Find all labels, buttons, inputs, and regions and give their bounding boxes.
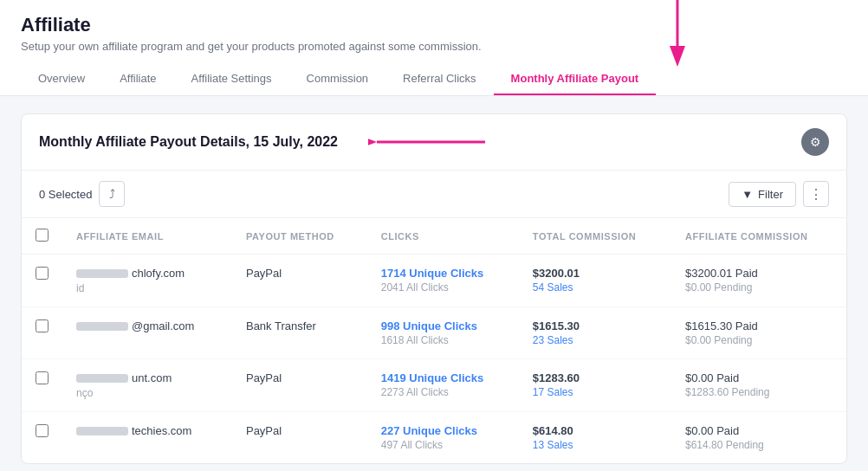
tab-commission[interactable]: Commission — [289, 63, 386, 95]
payout-method-cell: Bank Transfer — [232, 307, 367, 359]
filter-button[interactable]: ▼ Filter — [729, 182, 796, 207]
email-domain: chlofy.com — [132, 267, 185, 280]
total-commission-value: $1283.60 — [533, 371, 657, 384]
row-checkbox-cell — [22, 359, 62, 412]
toolbar-right: ▼ Filter ⋮ — [729, 181, 829, 207]
clicks-cell: 1419 Unique Clicks 2273 All Clicks — [367, 359, 519, 412]
affiliate-email-cell: @gmail.com — [62, 307, 232, 359]
col-payout-method: PAYOUT METHOD — [232, 218, 367, 255]
row-checkbox-cell — [22, 412, 62, 464]
page-subtitle: Setup your own affiliate program and get… — [21, 40, 847, 53]
unique-clicks[interactable]: 1419 Unique Clicks — [381, 371, 505, 384]
table-row: techies.com PayPal 227 Unique Clicks 497… — [22, 412, 846, 464]
aff-commission-paid: $0.00 Paid — [685, 371, 832, 384]
page-title: Affiliate — [21, 14, 847, 36]
unique-clicks[interactable]: 998 Unique Clicks — [381, 319, 505, 332]
affiliate-email: chlofy.com id — [76, 267, 218, 294]
tab-affiliate-settings[interactable]: Affiliate Settings — [174, 63, 289, 95]
top-header: Affiliate Setup your own affiliate progr… — [0, 0, 868, 96]
total-commission-cell: $3200.01 54 Sales — [519, 255, 671, 307]
payout-card: Monthly Affiliate Payout Details, 15 Jul… — [21, 113, 847, 464]
total-commission-cell: $614.80 13 Sales — [519, 412, 671, 464]
sales-link[interactable]: 17 Sales — [533, 386, 657, 398]
email-blur-block — [76, 427, 128, 436]
selected-count: 0 Selected — [39, 188, 92, 201]
email-blur-block — [76, 322, 128, 331]
all-clicks: 2273 All Clicks — [381, 386, 505, 398]
payout-method-cell: PayPal — [232, 255, 367, 307]
email-blur-block — [76, 374, 128, 383]
row-checkbox-1[interactable] — [36, 319, 49, 332]
table-row: chlofy.com id PayPal 1714 Unique Clicks … — [22, 255, 846, 307]
payout-method-cell: PayPal — [232, 359, 367, 412]
row-checkbox-cell — [22, 307, 62, 359]
total-commission-cell: $1615.30 23 Sales — [519, 307, 671, 359]
toolbar: 0 Selected ⤴ ▼ Filter ⋮ — [22, 171, 846, 218]
email-domain: @gmail.com — [132, 319, 194, 332]
row-checkbox-0[interactable] — [36, 267, 49, 280]
affiliate-commission-cell: $3200.01 Paid $0.00 Pending — [671, 255, 846, 307]
card-header: Monthly Affiliate Payout Details, 15 Jul… — [22, 114, 846, 171]
filter-label: Filter — [758, 188, 783, 201]
card-title: Monthly Affiliate Payout Details, 15 Jul… — [39, 134, 338, 150]
settings-icon: ⚙ — [810, 135, 821, 149]
all-clicks: 497 All Clicks — [381, 439, 505, 451]
main-content: Monthly Affiliate Payout Details, 15 Jul… — [0, 96, 868, 471]
email-domain: unt.com — [132, 371, 172, 384]
aff-commission-pending: $614.80 Pending — [685, 439, 832, 451]
aff-commission-pending: $0.00 Pending — [685, 281, 832, 294]
toolbar-left: 0 Selected ⤴ — [39, 181, 125, 207]
aff-commission-paid: $3200.01 Paid — [685, 267, 832, 280]
tab-overview[interactable]: Overview — [21, 63, 102, 95]
aff-commission-paid: $1615.30 Paid — [685, 319, 832, 332]
clicks-cell: 998 Unique Clicks 1618 All Clicks — [367, 307, 519, 359]
select-all-checkbox[interactable] — [36, 229, 49, 242]
sales-link[interactable]: 23 Sales — [533, 334, 657, 346]
email-domain: techies.com — [132, 424, 191, 437]
email-sub: id — [76, 282, 218, 294]
clicks-cell: 1714 Unique Clicks 2041 All Clicks — [367, 255, 519, 307]
tab-monthly-affiliate-payout[interactable]: Monthly Affiliate Payout — [494, 63, 657, 95]
table-row: unt.com nço PayPal 1419 Unique Clicks 22… — [22, 359, 846, 412]
affiliate-commission-cell: $0.00 Paid $1283.60 Pending — [671, 359, 846, 412]
tab-affiliate[interactable]: Affiliate — [102, 63, 173, 95]
aff-commission-pending: $0.00 Pending — [685, 334, 832, 346]
affiliate-commission-cell: $1615.30 Paid $0.00 Pending — [671, 307, 846, 359]
row-checkbox-2[interactable] — [36, 371, 49, 384]
affiliate-email-cell: chlofy.com id — [62, 255, 232, 307]
filter-icon: ▼ — [742, 188, 753, 201]
col-total-commission: TOTAL COMMISSION — [519, 218, 671, 255]
card-settings-button[interactable]: ⚙ — [801, 128, 829, 156]
export-button[interactable]: ⤴ — [99, 181, 125, 207]
affiliate-email: unt.com nço — [76, 371, 218, 399]
affiliate-email-cell: techies.com — [62, 412, 232, 464]
affiliate-email: techies.com — [76, 424, 218, 437]
payout-table: AFFILIATE EMAIL PAYOUT METHOD CLICKS TOT… — [22, 218, 846, 463]
more-options-button[interactable]: ⋮ — [803, 181, 829, 207]
payout-method-cell: PayPal — [232, 412, 367, 464]
total-commission-cell: $1283.60 17 Sales — [519, 359, 671, 412]
select-all-cell — [22, 218, 62, 255]
affiliate-commission-cell: $0.00 Paid $614.80 Pending — [671, 412, 846, 464]
email-sub: nço — [76, 387, 218, 399]
tab-referral-clicks[interactable]: Referral Clicks — [385, 63, 494, 95]
affiliate-email: @gmail.com — [76, 319, 218, 332]
unique-clicks[interactable]: 1714 Unique Clicks — [381, 267, 505, 280]
row-checkbox-cell — [22, 255, 62, 307]
nav-tabs: Overview Affiliate Affiliate Settings Co… — [21, 63, 847, 95]
sales-link[interactable]: 54 Sales — [533, 281, 657, 294]
row-checkbox-3[interactable] — [36, 424, 49, 437]
col-clicks: CLICKS — [367, 218, 519, 255]
export-icon: ⤴ — [109, 187, 115, 201]
all-clicks: 2041 All Clicks — [381, 281, 505, 294]
col-affiliate-commission: AFFILIATE COMMISSION — [671, 218, 846, 255]
sales-link[interactable]: 13 Sales — [533, 439, 657, 451]
more-icon: ⋮ — [809, 186, 823, 203]
email-blur-block — [76, 269, 128, 278]
aff-commission-pending: $1283.60 Pending — [685, 386, 832, 398]
table-row: @gmail.com Bank Transfer 998 Unique Clic… — [22, 307, 846, 359]
affiliate-email-cell: unt.com nço — [62, 359, 232, 412]
aff-commission-paid: $0.00 Paid — [685, 424, 832, 437]
total-commission-value: $3200.01 — [533, 267, 657, 280]
unique-clicks[interactable]: 227 Unique Clicks — [381, 424, 505, 437]
